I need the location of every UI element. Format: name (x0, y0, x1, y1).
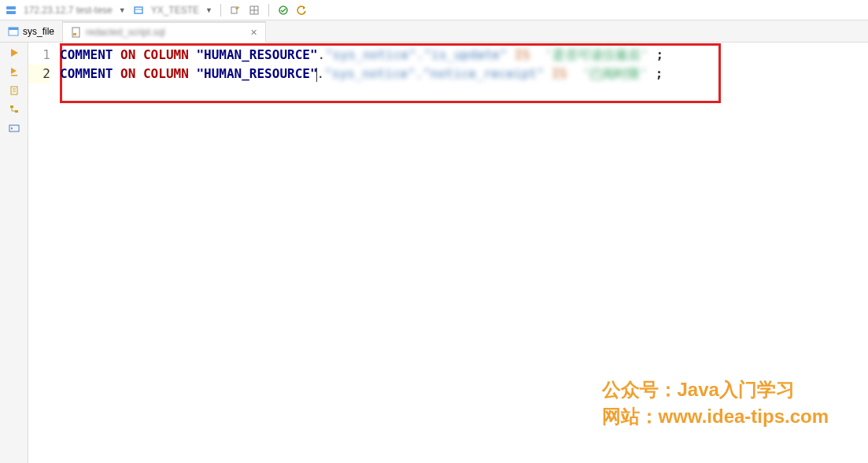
schema-name[interactable]: YX_TESTE (151, 5, 199, 16)
watermark-line1: 公众号：Java入门学习 (602, 376, 829, 403)
chevron-down-icon[interactable]: ▼ (205, 6, 212, 14)
chevron-down-icon[interactable]: ▼ (119, 6, 126, 14)
explain-icon[interactable] (7, 83, 21, 98)
close-icon[interactable]: ✕ (250, 28, 257, 38)
svg-rect-13 (11, 75, 17, 76)
separator (220, 4, 221, 17)
svg-rect-14 (11, 87, 17, 94)
watermark: 公众号：Java入门学习 网站：www.idea-tips.com (602, 376, 829, 430)
tree-icon[interactable] (7, 102, 21, 117)
watermark-line2: 网站：www.idea-tips.com (602, 403, 829, 430)
svg-rect-0 (6, 6, 16, 9)
code-area[interactable]: COMMENT ON COLUMN "HUMAN_RESOURCE"."sys_… (60, 43, 868, 463)
code-line: COMMENT ON COLUMN "HUMAN_RESOURCE"."sys_… (60, 46, 868, 65)
connection-toolbar: 172.23.12.7 test-tese ▼ YX_TESTE ▼ (0, 0, 868, 20)
svg-rect-12 (73, 33, 76, 35)
code-line: COMMENT ON COLUMN "HUMAN_RESOURCE"."sys_… (60, 65, 868, 83)
export-icon[interactable] (229, 4, 242, 17)
console-icon[interactable] (7, 121, 21, 135)
tab-sys-file[interactable]: sys_file (0, 20, 63, 42)
svg-rect-2 (135, 7, 142, 13)
svg-rect-10 (9, 28, 18, 30)
grid-icon[interactable] (248, 4, 260, 17)
line-gutter: 1 2 (28, 43, 60, 463)
svg-rect-18 (15, 110, 18, 113)
table-icon (8, 26, 19, 37)
svg-rect-1 (6, 11, 16, 14)
svg-rect-11 (72, 28, 79, 37)
server-icon (5, 4, 17, 17)
sql-file-icon (71, 27, 82, 38)
svg-rect-19 (9, 125, 19, 131)
schema-icon (132, 4, 145, 17)
connection-name[interactable]: 172.23.12.7 test-tese (24, 5, 113, 16)
code-editor[interactable]: 1 2 COMMENT ON COLUMN "HUMAN_RESOURCE"."… (28, 43, 868, 463)
line-number: 1 (28, 46, 50, 65)
editor-sidebar (0, 43, 28, 463)
tab-active-script[interactable]: redacted_script.sql ✕ (63, 21, 266, 43)
separator (268, 4, 269, 17)
tab-label: redacted_script.sql (86, 27, 243, 38)
run-script-icon[interactable] (7, 65, 21, 79)
run-icon[interactable] (7, 46, 21, 60)
svg-rect-4 (231, 7, 237, 13)
rollback-icon[interactable] (296, 4, 308, 17)
content-area: 1 2 COMMENT ON COLUMN "HUMAN_RESOURCE"."… (0, 43, 868, 463)
editor-tab-bar: sys_file redacted_script.sql ✕ (0, 20, 868, 43)
tab-label: sys_file (23, 26, 54, 37)
commit-icon[interactable] (277, 4, 290, 17)
line-number: 2 (28, 65, 50, 83)
svg-rect-17 (10, 106, 13, 108)
